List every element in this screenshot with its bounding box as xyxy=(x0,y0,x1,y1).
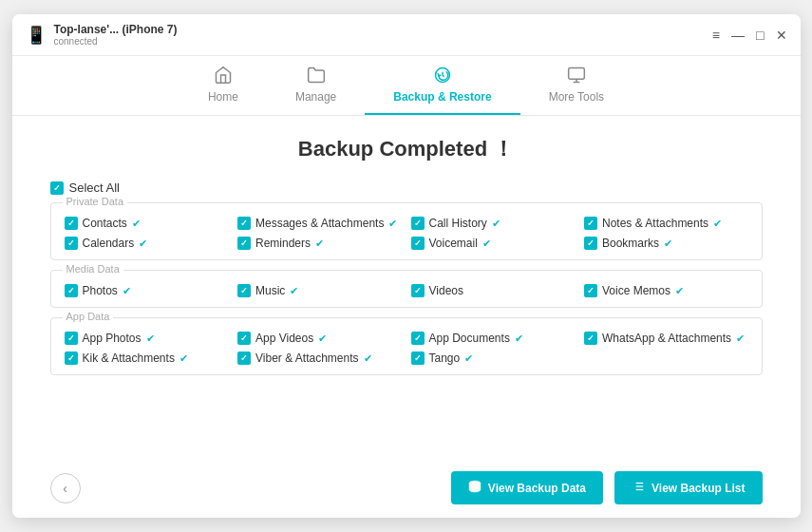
photos-checkbox[interactable] xyxy=(65,284,78,297)
list-item[interactable]: App Photos ✔ xyxy=(65,332,229,345)
tango-checkbox[interactable] xyxy=(411,352,425,365)
view-backup-data-button[interactable]: View Backup Data xyxy=(451,471,603,504)
calendars-checkbox[interactable] xyxy=(65,237,78,250)
list-item[interactable]: Bookmarks ✔ xyxy=(584,237,748,250)
bookmarks-label: Bookmarks xyxy=(602,237,659,250)
navbar: Home Manage Backup & Restore More Tools xyxy=(12,56,801,116)
manage-icon xyxy=(307,66,326,87)
list-item[interactable]: Music ✔ xyxy=(237,284,402,297)
music-check-icon: ✔ xyxy=(290,285,298,297)
appdocs-checkbox[interactable] xyxy=(411,332,425,345)
messages-check-icon: ✔ xyxy=(388,218,397,230)
maximize-icon[interactable]: □ xyxy=(756,28,764,42)
section-private-label: Private Data xyxy=(63,196,128,207)
reminders-checkbox[interactable] xyxy=(237,237,251,250)
view-list-icon xyxy=(632,480,645,496)
list-item[interactable]: Videos xyxy=(411,284,576,297)
appdocs-label: App Documents xyxy=(429,332,510,345)
list-item[interactable]: App Videos ✔ xyxy=(237,332,402,345)
whatsapp-checkbox[interactable] xyxy=(584,332,597,345)
section-app-grid: App Photos ✔ App Videos ✔ App Documents … xyxy=(65,332,748,365)
nav-backup[interactable]: Backup & Restore xyxy=(365,56,519,115)
list-item[interactable]: Contacts ✔ xyxy=(65,217,229,230)
reminders-label: Reminders xyxy=(255,237,311,250)
nav-tools[interactable]: More Tools xyxy=(520,56,633,115)
appphotos-checkbox[interactable] xyxy=(65,332,78,345)
view-backup-list-button[interactable]: View Backup List xyxy=(614,471,762,504)
titlebar: 📱 Top-lanse'... (iPhone 7) connected ≡ —… xyxy=(12,14,801,56)
menu-icon[interactable]: ≡ xyxy=(712,28,720,42)
viber-checkbox[interactable] xyxy=(237,352,251,365)
appdocs-check-icon: ✔ xyxy=(515,332,523,345)
viber-label: Viber & Attachments xyxy=(255,352,359,365)
view-backup-list-label: View Backup List xyxy=(651,482,745,495)
back-button[interactable]: ‹ xyxy=(50,473,81,504)
select-all-checkbox[interactable] xyxy=(50,181,64,195)
list-item[interactable]: Messages & Attachments ✔ xyxy=(237,217,402,230)
appvideos-check-icon: ✔ xyxy=(318,332,327,345)
whatsapp-check-icon: ✔ xyxy=(736,332,745,345)
list-item[interactable]: Reminders ✔ xyxy=(237,237,402,250)
list-item[interactable]: App Documents ✔ xyxy=(411,332,576,345)
voicemail-checkbox[interactable] xyxy=(411,237,425,250)
list-item[interactable]: Call History ✔ xyxy=(411,217,576,230)
kik-check-icon: ✔ xyxy=(179,352,188,365)
view-backup-data-label: View Backup Data xyxy=(488,482,586,495)
nav-home[interactable]: Home xyxy=(179,56,267,115)
minimize-icon[interactable]: — xyxy=(731,28,745,42)
notes-checkbox[interactable] xyxy=(584,217,597,230)
section-media: Media Data Photos ✔ Music ✔ Videos xyxy=(50,270,763,308)
device-name: Top-lanse'... (iPhone 7) xyxy=(54,23,178,36)
voicemail-label: Voicemail xyxy=(429,237,478,250)
videos-checkbox[interactable] xyxy=(411,284,425,297)
bookmarks-checkbox[interactable] xyxy=(584,237,597,250)
list-item[interactable]: Calendars ✔ xyxy=(65,237,229,250)
backup-icon xyxy=(433,66,452,87)
nav-home-label: Home xyxy=(208,90,238,104)
callhistory-checkbox[interactable] xyxy=(411,217,425,230)
section-media-label: Media Data xyxy=(63,263,123,275)
tools-icon xyxy=(567,66,586,87)
messages-label: Messages & Attachments xyxy=(255,217,384,230)
music-label: Music xyxy=(255,284,285,297)
appphotos-label: App Photos xyxy=(83,332,142,345)
page-title: Backup Completed ！ xyxy=(50,135,763,163)
contacts-checkbox[interactable] xyxy=(65,217,78,230)
section-app: App Data App Photos ✔ App Videos ✔ App D… xyxy=(50,317,763,375)
nav-backup-label: Backup & Restore xyxy=(393,90,491,104)
device-icon: 📱 xyxy=(26,25,47,46)
notes-label: Notes & Attachments xyxy=(602,217,708,230)
list-item[interactable]: Voice Memos ✔ xyxy=(584,284,748,297)
list-item[interactable]: Voicemail ✔ xyxy=(411,237,576,250)
close-icon[interactable]: ✕ xyxy=(776,28,787,42)
svg-rect-1 xyxy=(569,68,585,80)
appvideos-checkbox[interactable] xyxy=(237,332,251,345)
callhistory-check-icon: ✔ xyxy=(492,218,500,230)
tango-check-icon: ✔ xyxy=(464,352,473,365)
device-info: Top-lanse'... (iPhone 7) connected xyxy=(54,23,178,47)
app-window: 📱 Top-lanse'... (iPhone 7) connected ≡ —… xyxy=(12,14,801,518)
list-item[interactable]: Viber & Attachments ✔ xyxy=(237,352,402,365)
music-checkbox[interactable] xyxy=(237,284,251,297)
kik-label: Kik & Attachments xyxy=(83,352,175,365)
nav-manage-label: Manage xyxy=(295,90,336,104)
list-item[interactable]: Tango ✔ xyxy=(411,352,576,365)
nav-manage[interactable]: Manage xyxy=(267,56,365,115)
tango-label: Tango xyxy=(429,352,461,365)
list-item[interactable]: Notes & Attachments ✔ xyxy=(584,217,748,230)
voicememos-label: Voice Memos xyxy=(602,284,670,297)
footer-buttons: View Backup Data View Backup List xyxy=(451,471,763,504)
kik-checkbox[interactable] xyxy=(65,352,78,365)
voicememos-checkbox[interactable] xyxy=(584,284,597,297)
list-item[interactable]: Kik & Attachments ✔ xyxy=(65,352,229,365)
bookmarks-check-icon: ✔ xyxy=(664,238,672,250)
calendars-label: Calendars xyxy=(83,237,135,250)
viber-check-icon: ✔ xyxy=(364,352,372,365)
whatsapp-label: WhatsApp & Attachments xyxy=(602,332,731,345)
list-item[interactable]: WhatsApp & Attachments ✔ xyxy=(584,332,748,345)
select-all-row[interactable]: Select All xyxy=(50,180,763,195)
messages-checkbox[interactable] xyxy=(237,217,251,230)
view-data-icon xyxy=(468,480,482,496)
list-item[interactable]: Photos ✔ xyxy=(65,284,229,297)
appphotos-check-icon: ✔ xyxy=(146,332,155,345)
